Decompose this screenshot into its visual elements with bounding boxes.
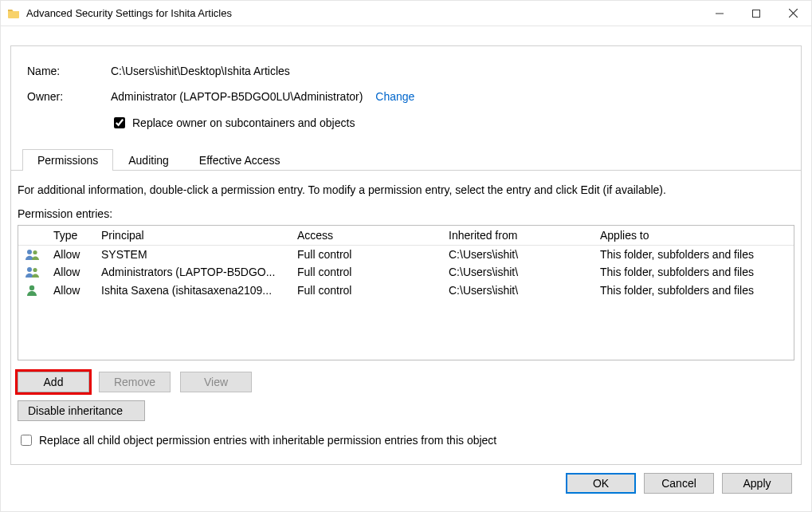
svg-point-8 <box>29 286 34 290</box>
owner-row: Owner: Administrator (LAPTOP-B5DGO0LU\Ad… <box>27 89 785 104</box>
folder-icon <box>7 7 20 20</box>
info-grid: Name: C:\Users\ishit\Desktop\Ishita Arti… <box>11 46 801 144</box>
replace-children-label[interactable]: Replace all child object permission entr… <box>18 432 794 448</box>
disable-inheritance-button[interactable]: Disable inheritance <box>18 400 145 421</box>
cell-inherited: C:\Users\ishit\ <box>442 246 594 264</box>
replace-owner-text: Replace owner on subcontainers and objec… <box>132 116 355 130</box>
tab-auditing[interactable]: Auditing <box>113 149 184 171</box>
cell-applies: This folder, subfolders and files <box>594 263 794 281</box>
minimize-button[interactable] <box>701 1 738 26</box>
permission-table-wrap[interactable]: Type Principal Access Inherited from App… <box>18 225 794 360</box>
svg-point-6 <box>27 267 32 272</box>
add-button[interactable]: Add <box>18 372 89 392</box>
dialog-footer: OK Cancel Apply <box>10 465 802 502</box>
owner-value: Administrator (LAPTOP-B5DGO0LU\Administr… <box>111 89 414 104</box>
cell-principal: Administrators (LAPTOP-B5DGO... <box>95 263 291 281</box>
permission-entries-label: Permission entries: <box>18 207 794 220</box>
owner-text: Administrator (LAPTOP-B5DGO0LU\Administr… <box>111 90 363 103</box>
svg-point-7 <box>33 268 37 272</box>
col-applies[interactable]: Applies to <box>594 226 794 246</box>
cancel-button[interactable]: Cancel <box>644 473 714 494</box>
svg-line-3 <box>789 9 798 18</box>
col-access[interactable]: Access <box>291 226 442 246</box>
permission-buttons-row: Add Remove View <box>18 372 794 392</box>
cell-applies: This folder, subfolders and files <box>594 281 794 300</box>
svg-point-5 <box>33 250 37 254</box>
col-type[interactable]: Type <box>47 226 95 246</box>
svg-line-2 <box>789 9 798 18</box>
replace-children-checkbox[interactable] <box>21 435 32 446</box>
table-row[interactable]: AllowAdministrators (LAPTOP-B5DGO...Full… <box>18 263 794 281</box>
permission-header-row: Type Principal Access Inherited from App… <box>18 226 794 246</box>
table-row[interactable]: AllowIshita Saxena (ishitasaxena2109...F… <box>18 281 794 300</box>
cell-principal: Ishita Saxena (ishitasaxena2109... <box>95 281 291 300</box>
remove-button[interactable]: Remove <box>99 372 171 392</box>
principal-icon <box>18 246 47 264</box>
close-button[interactable] <box>775 1 811 26</box>
svg-point-4 <box>27 250 32 254</box>
ok-button[interactable]: OK <box>566 473 636 494</box>
cell-inherited: C:\Users\ishit\ <box>442 263 594 281</box>
cell-principal: SYSTEM <box>95 246 291 264</box>
cell-access: Full control <box>291 246 442 264</box>
name-label: Name: <box>27 64 111 78</box>
replace-children-text: Replace all child object permission entr… <box>39 434 496 447</box>
replace-owner-checkbox[interactable] <box>114 117 125 128</box>
principal-icon <box>18 281 47 300</box>
col-inherited[interactable]: Inherited from <box>442 226 594 246</box>
cell-type: Allow <box>47 263 95 281</box>
col-icon[interactable] <box>18 226 47 246</box>
permission-table: Type Principal Access Inherited from App… <box>18 226 794 300</box>
col-principal[interactable]: Principal <box>95 226 291 246</box>
tab-effective-access[interactable]: Effective Access <box>184 149 296 171</box>
window-controls <box>701 1 811 26</box>
view-button[interactable]: View <box>180 372 252 392</box>
main-group: Name: C:\Users\ishit\Desktop\Ishita Arti… <box>10 45 802 465</box>
cell-access: Full control <box>291 263 442 281</box>
name-value: C:\Users\ishit\Desktop\Ishita Articles <box>111 64 290 78</box>
owner-label: Owner: <box>27 89 111 104</box>
tab-permissions[interactable]: Permissions <box>22 149 113 171</box>
cell-type: Allow <box>47 281 95 300</box>
apply-button[interactable]: Apply <box>722 473 792 494</box>
cell-inherited: C:\Users\ishit\ <box>442 281 594 300</box>
advanced-security-window: Advanced Security Settings for Ishita Ar… <box>0 0 812 512</box>
cell-access: Full control <box>291 281 442 300</box>
maximize-button[interactable] <box>738 1 775 26</box>
window-title: Advanced Security Settings for Ishita Ar… <box>26 7 701 19</box>
cell-type: Allow <box>47 246 95 264</box>
inheritance-row: Disable inheritance <box>18 400 794 421</box>
replace-owner-row: Replace owner on subcontainers and objec… <box>111 115 785 131</box>
name-row: Name: C:\Users\ishit\Desktop\Ishita Arti… <box>27 64 785 78</box>
change-owner-link[interactable]: Change <box>375 90 414 103</box>
cell-applies: This folder, subfolders and files <box>594 246 794 264</box>
permissions-intro: For additional information, double-click… <box>18 183 794 196</box>
principal-icon <box>18 263 47 281</box>
body-panel: Name: C:\Users\ishit\Desktop\Ishita Arti… <box>1 26 811 511</box>
titlebar: Advanced Security Settings for Ishita Ar… <box>1 1 811 26</box>
tabs: Permissions Auditing Effective Access <box>11 148 801 171</box>
table-row[interactable]: AllowSYSTEMFull controlC:\Users\ishit\Th… <box>18 246 794 264</box>
svg-rect-1 <box>753 10 760 17</box>
replace-owner-checkbox-label[interactable]: Replace owner on subcontainers and objec… <box>111 115 355 131</box>
permissions-tab-body: For additional information, double-click… <box>11 171 801 459</box>
